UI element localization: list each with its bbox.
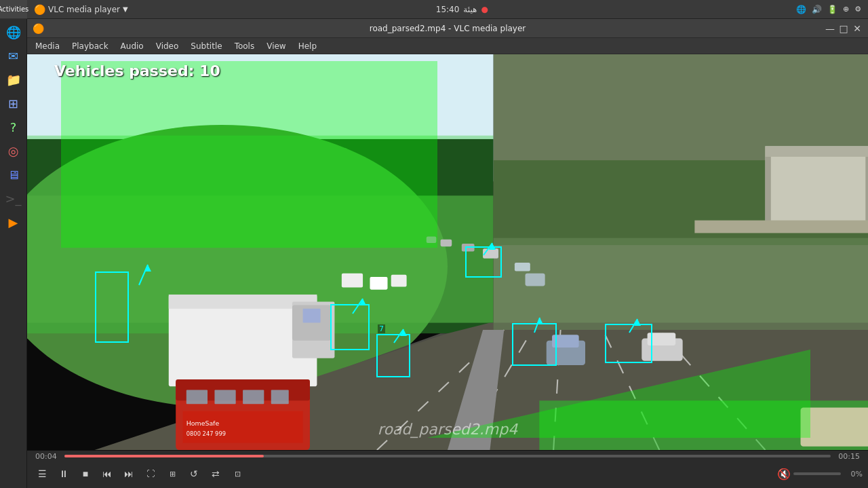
controls-buttons-row: ☰ ⏸ ■ ⏮ ⏭ ⛶ ⊞ <box>33 462 863 486</box>
svg-rect-7 <box>765 146 868 231</box>
menu-video[interactable]: Video <box>151 40 184 52</box>
playlist-toggle-button[interactable]: ☰ <box>33 464 52 483</box>
sidebar-icon-files[interactable]: 📁 <box>3 69 24 90</box>
menu-tools[interactable]: Tools <box>229 40 260 52</box>
menu-audio[interactable]: Audio <box>115 40 149 52</box>
svg-rect-42 <box>526 274 545 286</box>
window-maximize-btn[interactable]: □ <box>838 23 849 34</box>
svg-rect-50 <box>391 275 407 287</box>
svg-text:HomeSafe: HomeSafe <box>186 419 220 427</box>
settings-icon[interactable]: ⚙ <box>854 5 861 14</box>
activities-label: Activities <box>0 5 28 13</box>
playlist-icon: ☰ <box>38 468 47 479</box>
menu-view[interactable]: View <box>261 40 291 52</box>
vlc-logo-title: 🟠 <box>33 23 44 34</box>
sidebar-icon-apps[interactable]: ⊞ <box>3 92 24 114</box>
stop-icon: ■ <box>83 468 88 479</box>
vlc-app-name[interactable]: VLC media player <box>48 5 120 14</box>
sidebar-icon-email[interactable]: ✉ <box>3 45 24 67</box>
sidebar-icon-firefox[interactable]: 🌐 <box>3 21 24 43</box>
svg-rect-43 <box>515 263 530 271</box>
vlc-window-buttons: — □ ✕ <box>825 23 863 34</box>
time-total: 00:15 <box>836 452 860 461</box>
vehicles-count-overlay: Vehicles passed: 10 <box>54 62 220 79</box>
seek-bar[interactable] <box>64 455 831 457</box>
os-taskbar: Activities 🌐✉📁⊞?◎🖥>_▶ <box>0 0 27 488</box>
volume-slider[interactable] <box>793 472 841 475</box>
svg-text:0800 247 999: 0800 247 999 <box>186 430 226 437</box>
shuffle-icon: ⇄ <box>212 468 220 479</box>
window-close-btn[interactable]: ✕ <box>852 23 863 34</box>
svg-rect-51 <box>801 408 868 447</box>
svg-rect-46 <box>441 240 452 246</box>
extended-button[interactable]: ⊞ <box>163 464 182 483</box>
stop-button[interactable]: ■ <box>76 464 95 483</box>
window-minimize-btn[interactable]: — <box>825 23 835 34</box>
det-label-3: 7 <box>378 324 385 333</box>
vlc-window: 🟠 VLC media player ▼ 15:40 هيئة ● 🌐 🔊 🔋 … <box>27 0 868 488</box>
fullscreen-icon: ⛶ <box>146 469 155 478</box>
volume-icon-tray: 🔊 <box>812 5 822 14</box>
loop-icon: ↺ <box>190 468 198 479</box>
frame-step-button[interactable]: ⊡ <box>228 464 247 483</box>
seek-progress <box>64 455 264 457</box>
svg-rect-33 <box>243 390 264 405</box>
volume-percent-label: 0% <box>844 470 863 478</box>
prev-button[interactable]: ⏮ <box>98 464 117 483</box>
seek-bar-container: 00:04 00:15 <box>33 451 863 462</box>
volume-mute-icon[interactable]: 🔇 <box>777 468 791 481</box>
vlc-icon-top: 🟠 <box>34 4 45 15</box>
shuffle-button[interactable]: ⇄ <box>206 464 225 483</box>
sidebar-icon-terminal[interactable]: >_ <box>3 187 24 209</box>
sidebar-icons: 🌐✉📁⊞?◎🖥>_▶ <box>3 19 24 235</box>
prev-icon: ⏮ <box>102 468 112 479</box>
svg-rect-28 <box>303 309 321 323</box>
extended-icon: ⊞ <box>170 470 176 478</box>
svg-rect-49 <box>370 277 387 290</box>
svg-rect-31 <box>186 390 208 405</box>
vlc-titlebar: 🟠 road_parsed2.mp4 - VLC media player — … <box>27 19 868 38</box>
network-icon: 🌐 <box>796 5 806 14</box>
video-background: HomeSafe 0800 247 999 <box>27 54 868 450</box>
os-time-suffix: هيئة <box>463 5 477 14</box>
sidebar-icon-vlc[interactable]: ▶ <box>3 211 24 233</box>
vlc-dropdown-arrow[interactable]: ▼ <box>123 5 128 13</box>
detection-box-5 <box>512 323 557 366</box>
svg-rect-47 <box>427 237 437 243</box>
menu-playback[interactable]: Playback <box>66 40 114 52</box>
next-button[interactable]: ⏭ <box>119 464 138 483</box>
detection-box-2 <box>330 304 370 350</box>
detection-box-6 <box>605 324 652 363</box>
loop-button[interactable]: ↺ <box>184 464 203 483</box>
sidebar-icon-chrome[interactable]: ◎ <box>3 140 24 162</box>
video-area[interactable]: HomeSafe 0800 247 999 <box>27 54 868 450</box>
menu-media[interactable]: Media <box>30 40 65 52</box>
pause-button[interactable]: ⏸ <box>54 464 73 483</box>
svg-rect-22 <box>494 238 868 330</box>
os-topbar: 🟠 VLC media player ▼ 15:40 هيئة ● 🌐 🔊 🔋 … <box>27 0 868 19</box>
frame-step-icon: ⊡ <box>235 470 241 478</box>
playback-controls: 00:04 00:15 ☰ ⏸ ■ ⏮ <box>27 450 868 488</box>
menu-help[interactable]: Help <box>293 40 322 52</box>
tray-icon-1: ⊕ <box>843 5 849 14</box>
os-topbar-left: 🟠 VLC media player ▼ <box>34 4 128 15</box>
sidebar-icon-help[interactable]: ? <box>3 116 24 138</box>
svg-rect-34 <box>271 390 289 405</box>
fullscreen-button[interactable]: ⛶ <box>141 464 160 483</box>
pause-icon: ⏸ <box>59 468 68 479</box>
battery-icon: 🔋 <box>827 5 837 14</box>
os-topbar-center: 15:40 هيئة ● <box>436 5 488 14</box>
video-filename-overlay: road_parsed2.mp4 <box>378 421 517 438</box>
detection-box-1 <box>95 271 129 343</box>
sidebar-icon-pc[interactable]: 🖥 <box>3 164 24 185</box>
os-topbar-right: 🌐 🔊 🔋 ⊕ ⚙ <box>796 5 861 14</box>
svg-rect-9 <box>765 157 770 231</box>
svg-rect-11 <box>694 221 868 233</box>
activities-button[interactable]: Activities <box>0 0 27 19</box>
detection-box-3: 7 <box>376 334 410 377</box>
svg-rect-48 <box>342 274 363 288</box>
svg-rect-10 <box>865 157 868 231</box>
vlc-title: road_parsed2.mp4 - VLC media player <box>370 24 526 33</box>
next-icon: ⏭ <box>124 468 134 479</box>
menu-subtitle[interactable]: Subtitle <box>185 40 227 52</box>
